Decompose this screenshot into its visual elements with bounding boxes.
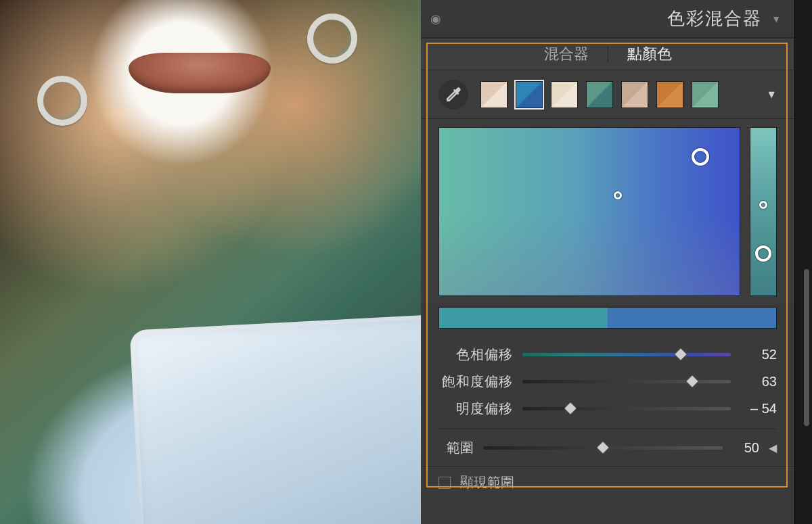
- hue-strip-target-ring[interactable]: [755, 245, 771, 262]
- tab-point-color[interactable]: 點顏色: [627, 44, 672, 64]
- divider: [438, 429, 777, 429]
- app-root: ◉ 色彩混合器 ▼ 混合器 點顏色 ▼: [0, 0, 812, 524]
- color-field-source-ring[interactable]: [614, 191, 622, 199]
- slider-row-saturation: 飽和度偏移 63: [438, 368, 777, 395]
- eyedropper-button[interactable]: [438, 80, 468, 110]
- range-track[interactable]: [483, 446, 723, 450]
- scrollbar-gutter: [794, 0, 812, 524]
- slider-row-luminance: 明度偏移 – 54: [438, 395, 777, 422]
- preview-decor: [129, 312, 421, 524]
- before-color: [439, 308, 608, 328]
- slider-thumb-luminance[interactable]: [564, 402, 577, 415]
- swatch-2[interactable]: [551, 81, 578, 108]
- range-label: 範圍: [438, 439, 474, 457]
- swatch-4[interactable]: [621, 81, 648, 108]
- color-field[interactable]: [438, 127, 740, 296]
- eye-icon[interactable]: ◉: [430, 11, 443, 26]
- swatch-6[interactable]: [692, 81, 719, 108]
- subtabs: 混合器 點顏色: [421, 38, 794, 70]
- swatch-3[interactable]: [586, 81, 613, 108]
- tab-mixer[interactable]: 混合器: [544, 44, 589, 64]
- preview-decor: [304, 10, 361, 67]
- swatch-0[interactable]: [480, 81, 508, 108]
- slider-thumb-hue[interactable]: [674, 348, 687, 361]
- tab-divider: [608, 46, 608, 62]
- swatch-1[interactable]: [516, 81, 543, 108]
- slider-thumb-saturation[interactable]: [685, 375, 699, 388]
- before-after-bar: [438, 307, 777, 329]
- slider-value-saturation[interactable]: 63: [740, 374, 777, 389]
- show-range-checkbox[interactable]: [438, 477, 451, 489]
- sliders: 色相偏移 52 飽和度偏移 63 明度偏移 – 54: [421, 338, 794, 422]
- scrollbar-thumb[interactable]: [804, 269, 809, 426]
- slider-value-luminance[interactable]: – 54: [740, 401, 777, 416]
- preview-decor: [37, 76, 87, 126]
- hue-strip-source-ring[interactable]: [759, 201, 767, 209]
- slider-track-hue[interactable]: [522, 353, 731, 356]
- range-expand-icon[interactable]: ◀: [769, 442, 777, 454]
- range-value[interactable]: 50: [732, 440, 759, 456]
- eyedropper-icon: [443, 85, 464, 105]
- slider-track-luminance[interactable]: [522, 407, 731, 410]
- swatch-row: ▼: [421, 70, 794, 119]
- right-column: ◉ 色彩混合器 ▼ 混合器 點顏色 ▼: [421, 0, 812, 524]
- after-color: [608, 308, 776, 328]
- preview-decor: [129, 53, 271, 93]
- swatch-menu-icon[interactable]: ▼: [766, 89, 777, 101]
- panel-title: 色彩混合器: [667, 7, 762, 30]
- slider-label-luminance: 明度偏移: [438, 400, 513, 418]
- color-field-wrap: [421, 119, 794, 303]
- panel-header[interactable]: ◉ 色彩混合器 ▼: [421, 0, 794, 38]
- slider-value-hue[interactable]: 52: [740, 347, 777, 362]
- panel-collapse-icon[interactable]: ▼: [771, 14, 782, 24]
- photo-preview[interactable]: [0, 0, 421, 524]
- slider-label-saturation: 飽和度偏移: [438, 373, 513, 391]
- color-field-target-ring[interactable]: [692, 148, 709, 166]
- show-range-label: 顯現範圍: [460, 473, 514, 492]
- show-range-row: 顯現範圍: [421, 466, 794, 504]
- swatch-5[interactable]: [656, 81, 683, 108]
- hue-strip[interactable]: [750, 127, 777, 296]
- range-row: 範圍 50 ◀: [421, 436, 794, 466]
- slider-track-saturation[interactable]: [522, 380, 731, 383]
- slider-row-hue: 色相偏移 52: [438, 341, 777, 368]
- color-mixer-panel: ◉ 色彩混合器 ▼ 混合器 點顏色 ▼: [421, 0, 794, 524]
- slider-label-hue: 色相偏移: [438, 346, 513, 364]
- range-thumb[interactable]: [596, 441, 610, 454]
